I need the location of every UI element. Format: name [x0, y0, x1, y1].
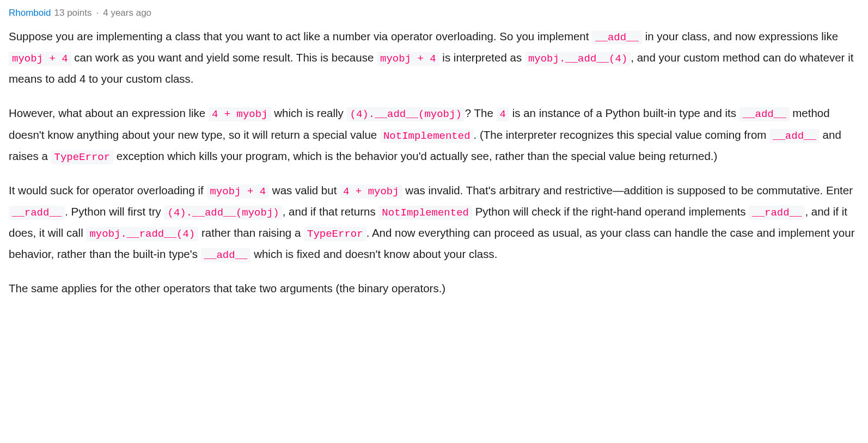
inline-code: NotImplemented [380, 129, 474, 143]
inline-code: 4 + myobj [340, 184, 402, 199]
inline-code: __radd__ [749, 206, 805, 220]
text-segment: which is fixed and doesn't know about yo… [250, 248, 497, 260]
inline-code: TypeError [51, 150, 113, 164]
comment-header: Rhomboid 13 points · 4 years ago [9, 4, 859, 22]
text-segment: ? The [465, 107, 497, 119]
text-segment: Suppose you are implementing a class tha… [9, 30, 592, 42]
text-segment: Python will check if the right-hand oper… [472, 205, 749, 218]
inline-code: __add__ [769, 129, 820, 143]
inline-code: 4 + myobj [209, 107, 271, 121]
comment-paragraph: The same applies for the other operators… [9, 278, 859, 299]
points-label: 13 points [54, 4, 92, 22]
inline-code: __add__ [739, 107, 790, 121]
text-segment: which is really [271, 107, 347, 119]
text-segment: However, what about an expression like [9, 107, 209, 119]
inline-code: __add__ [201, 248, 251, 262]
text-segment: rather than raising a [198, 226, 304, 239]
comment-paragraph: Suppose you are implementing a class tha… [9, 26, 859, 90]
meta-separator: · [96, 4, 99, 22]
author-link[interactable]: Rhomboid [9, 4, 51, 22]
text-segment: . (The interpreter recognizes this speci… [474, 128, 769, 141]
text-segment: was valid but [269, 184, 340, 196]
inline-code: myobj + 4 [207, 184, 270, 199]
text-segment: It would suck for operator overloading i… [9, 184, 207, 196]
text-segment: . Python will first try [65, 205, 164, 218]
comment-paragraph: However, what about an expression like 4… [9, 103, 859, 167]
timestamp-label: 4 years ago [103, 4, 151, 22]
text-segment: The same applies for the other operators… [9, 282, 445, 294]
inline-code: __radd__ [9, 206, 65, 220]
inline-code: __add__ [592, 30, 642, 45]
text-segment: was invalid. That's arbitrary and restri… [402, 184, 853, 196]
inline-code: TypeError [304, 227, 366, 241]
inline-code: myobj + 4 [9, 52, 71, 66]
text-segment: can work as you want and yield some resu… [71, 51, 377, 64]
inline-code: myobj.__radd__(4) [86, 227, 198, 241]
inline-code: myobj.__add__(4) [525, 52, 631, 66]
inline-code: (4).__add__(myobj) [164, 206, 282, 220]
inline-code: NotImplemented [378, 206, 472, 220]
text-segment: in your class, and now expressions like [642, 30, 838, 42]
inline-code: 4 [497, 107, 509, 121]
text-segment: exception which kills your program, whic… [113, 150, 717, 162]
comment-paragraph: It would suck for operator overloading i… [9, 180, 859, 265]
text-segment: is interpreted as [439, 51, 525, 64]
inline-code: myobj + 4 [377, 52, 439, 66]
text-segment: , and if that returns [283, 205, 379, 218]
comment-body: Suppose you are implementing a class tha… [9, 26, 859, 299]
text-segment: is an instance of a Python built-in type… [509, 107, 739, 119]
inline-code: (4).__add__(myobj) [347, 107, 465, 121]
